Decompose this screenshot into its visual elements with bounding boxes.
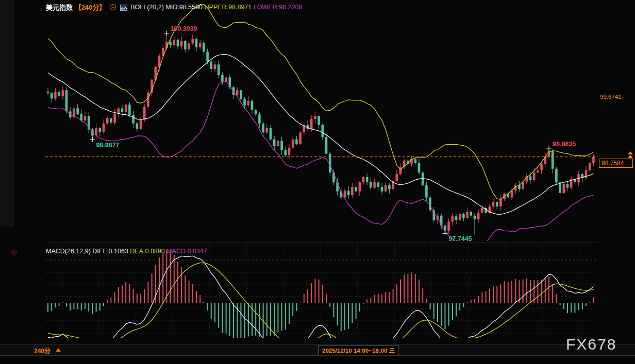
macd-settings-icon[interactable] [11,250,16,255]
extreme-marker: 100.3939 [164,25,197,36]
prev-settle-price-label: 99.6741 [600,93,634,100]
candles [47,33,595,235]
macd-bar-value: MACD:0.0347 [166,248,207,255]
chart-header: 美元指数 【240分】 − BOLL(20,2) MID:98.5590 UPP… [46,2,302,10]
boll-mid-value: BOLL(20,2) MID:98.5590 [130,4,203,11]
main-chart-canvas[interactable]: 98.9877100.393997.744598.8635 [45,0,598,241]
pane-divider [45,242,598,242]
macd-chart-canvas[interactable] [45,243,598,338]
macd-diff-value: MACD(26,12,9) DIFF:0.1063 [46,248,128,255]
macd-histogram [48,250,593,338]
fx678-watermark: FX678 [566,336,616,353]
macd-dea-value: DEA:0.0890 [130,248,164,255]
period-label: 【240分】 [75,4,106,11]
price-up-arrow-icon [628,155,633,158]
last-price-box: 98.7584 [599,159,633,168]
timeframe-label[interactable]: 240分 [34,346,51,355]
svg-text:98.9877: 98.9877 [96,142,119,149]
svg-text:97.7445: 97.7445 [448,235,472,241]
macd-header: MACD(26,12,9) DIFF:0.1063 DEA:0.0890 MAC… [46,248,207,255]
chart-type-sidebar [0,0,14,227]
boll-upper-line [48,5,593,199]
price-up-arrow-icon [628,151,633,154]
crosshair-date-tooltip: 2025/12/10 14:00~18:00 三 [319,345,398,355]
collapse-circle-icon[interactable]: − [110,4,116,10]
indicator-toolbar [0,355,635,364]
extreme-marker: 98.9877 [90,137,119,149]
svg-text:100.3939: 100.3939 [170,25,197,32]
svg-text:98.8635: 98.8635 [553,141,576,148]
boll-upper-value: UPPER:98.8971 [205,4,252,11]
timeframe-dropdown-icon[interactable] [56,348,61,352]
symbol-name: 美元指数 [46,4,73,11]
boll-lower-value: LOWER:98.2208 [254,4,303,11]
extreme-marker: 98.8635 [546,141,576,151]
time-axis-row: 240分 2025/12/10 14:00~18:00 三 [0,344,635,355]
boll-chart-icon[interactable] [120,5,127,11]
extreme-marker: 97.7445 [442,231,472,241]
